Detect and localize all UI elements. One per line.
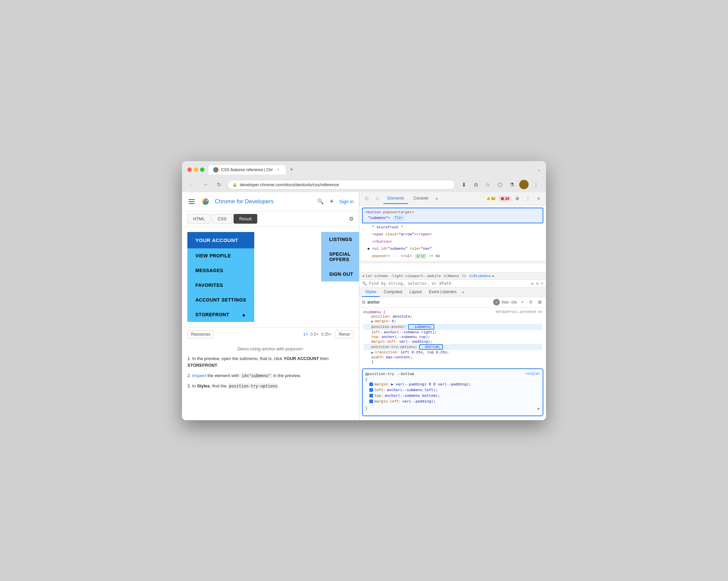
position-try-header: @position-try --bottom <style> <box>365 372 540 376</box>
layout-icon[interactable]: ⊞ <box>536 299 543 306</box>
console-tab[interactable]: Console <box>410 193 432 204</box>
margin-expand[interactable]: ▶ <box>371 319 374 324</box>
zoom-1x[interactable]: 1× <box>304 332 308 337</box>
css-tab[interactable]: CSS <box>212 214 232 224</box>
close-button[interactable] <box>187 167 192 172</box>
add-property-button[interactable]: + <box>537 406 540 412</box>
html-line-storefront: " Storefront " <box>359 224 546 231</box>
styles-tabs: Styles Computed Layout Event Listeners » <box>359 287 546 297</box>
pt-checkbox-margin[interactable]: ✓ <box>369 382 373 386</box>
messages-item[interactable]: MESSAGES <box>187 263 254 278</box>
demo-caption: Demo using anchor with popover <box>187 346 354 351</box>
css-prop-left: left: anchor(--submenu right); <box>363 330 542 335</box>
browser-window: CSS features reference | Chr × + ⌄ ← → ↻… <box>182 161 546 420</box>
forward-button[interactable]: → <box>201 180 210 189</box>
url-text: developer.chrome.com/docs/devtools/css/r… <box>240 182 339 187</box>
zoom-options: 1× 0.5× 0.25× <box>304 332 332 337</box>
listings-item[interactable]: LISTINGS <box>321 232 359 247</box>
search-icon[interactable]: 🔍 <box>317 198 324 204</box>
breadcrumb-viewport[interactable]: lor-scheme--light.viewport--mobile <box>366 274 441 278</box>
back-button[interactable]: ← <box>187 180 197 189</box>
tab-close-button[interactable]: × <box>276 167 281 172</box>
storefront-item[interactable]: STOREFRONT ▲ <box>187 307 254 322</box>
inspect-link[interactable]: Inspect <box>192 373 206 378</box>
extensions-icon[interactable]: ⬡ <box>495 180 504 189</box>
user-avatar[interactable] <box>519 180 528 189</box>
media-icon[interactable]: ⊘ <box>471 180 480 189</box>
warning-badge: ⚠ 92 <box>485 196 497 201</box>
search-up[interactable]: ∧ <box>531 281 534 286</box>
address-bar[interactable]: 🔒 developer.chrome.com/docs/devtools/css… <box>228 180 455 190</box>
pt-prop-left: ✓ left: anchor(--submenu left); <box>365 387 540 393</box>
add-style-rule[interactable]: + <box>519 299 526 306</box>
computed-tab[interactable]: Computed <box>381 287 406 297</box>
more-style-tabs[interactable]: » <box>461 288 466 297</box>
close-devtools-button[interactable]: × <box>534 194 543 203</box>
device-toolbar-icon[interactable]: □ <box>373 194 382 203</box>
hamburger-menu[interactable] <box>187 198 196 205</box>
caption-code: popover <box>285 346 304 351</box>
zoom-025x[interactable]: 0.25× <box>321 332 331 337</box>
inspector-icon[interactable]: ⬡ <box>362 194 371 203</box>
your-account-button[interactable]: YOUR ACCOUNT <box>187 232 254 248</box>
hamburger-line <box>189 201 195 202</box>
more-tabs[interactable]: » <box>434 194 440 203</box>
active-tab[interactable]: CSS features reference | Chr × <box>208 165 286 174</box>
html-tab[interactable]: HTML <box>187 214 210 224</box>
breadcrumb-submenu[interactable]: ul#submenu <box>469 274 491 278</box>
filter-bar: ⊟ × :hov .cls + ⎘ ⊞ <box>359 297 546 308</box>
more-icon[interactable]: ⋮ <box>523 194 532 203</box>
search-close[interactable]: × <box>541 281 543 286</box>
cls-filter[interactable]: .cls <box>510 299 517 306</box>
bookmark-icon[interactable]: ☆ <box>483 180 492 189</box>
favorites-item[interactable]: FAVORITES <box>187 278 254 293</box>
transition-expand[interactable]: ▶ <box>371 350 374 355</box>
settings-icon[interactable]: ⚙ <box>349 216 354 222</box>
resources-button[interactable]: Resources <box>187 330 214 338</box>
layout-tab[interactable]: Layout <box>406 287 425 297</box>
style-link[interactable]: <style> <box>526 372 540 376</box>
sign-out-item[interactable]: SIGN OUT <box>321 267 359 281</box>
sign-in-button[interactable]: Sign in <box>339 199 354 204</box>
warning-count: 92 <box>491 197 495 200</box>
labs-icon[interactable]: ⚗ <box>507 180 517 189</box>
copy-styles-icon[interactable]: ⎘ <box>527 299 535 306</box>
filter-input[interactable] <box>367 300 491 305</box>
menu-button[interactable]: ⋮ <box>531 180 541 189</box>
rerun-button[interactable]: Rerun <box>335 330 354 338</box>
tab-title: CSS features reference | Chr <box>221 167 273 172</box>
horizontal-scrollbar[interactable] <box>359 261 546 264</box>
breadcrumb-li[interactable]: li <box>462 274 466 278</box>
settings-icon[interactable]: ⚙ <box>513 194 522 203</box>
find-input[interactable] <box>369 281 529 286</box>
result-tab[interactable]: Result <box>234 214 257 224</box>
account-settings-item[interactable]: ACCOUNT SETTINGS <box>187 293 254 307</box>
theme-icon[interactable]: ☀ <box>329 198 334 204</box>
search-down[interactable]: ∨ <box>536 281 539 286</box>
tabs-row: CSS features reference | Chr × + ⌄ <box>208 165 541 174</box>
elements-tab[interactable]: Elements <box>383 193 408 204</box>
view-profile-item[interactable]: VIEW PROFILE <box>187 248 254 263</box>
breadcrumb-prev[interactable]: ◄ <box>362 274 364 278</box>
minimize-button[interactable] <box>194 167 198 172</box>
pt-checkbox-top[interactable]: ✓ <box>369 394 373 397</box>
css-rule-submenu: #submenu { mdYdpOM?ani…pe=embed:46 posit… <box>359 309 546 366</box>
breadcrumb-next[interactable]: ► <box>492 274 495 278</box>
maximize-button[interactable] <box>200 167 204 172</box>
download-icon[interactable]: ⬇ <box>459 180 468 189</box>
pt-checkbox-margin-left[interactable]: ✓ <box>369 399 373 403</box>
selected-element[interactable]: <button popovertarget= "submenu"> flex <box>362 208 543 223</box>
styles-tab[interactable]: Styles <box>362 287 380 297</box>
traffic-lights <box>187 167 204 172</box>
breadcrumb-menu[interactable]: ul#menu <box>444 274 459 278</box>
filter-clear-button[interactable]: × <box>493 299 500 306</box>
css-prop-margin: ▶ margin: 0; <box>363 319 542 324</box>
new-tab-button[interactable]: + <box>287 165 296 174</box>
pseudo-class-filter[interactable]: :hov <box>501 299 509 306</box>
special-offers-item[interactable]: SPECIAL OFFERS <box>321 247 359 267</box>
event-listeners-tab[interactable]: Event Listeners <box>425 287 460 297</box>
refresh-button[interactable]: ↻ <box>214 180 224 189</box>
tab-chevron[interactable]: ⌄ <box>537 167 541 172</box>
zoom-05x[interactable]: 0.5× <box>310 332 318 337</box>
pt-checkbox-left[interactable]: ✓ <box>369 388 373 392</box>
